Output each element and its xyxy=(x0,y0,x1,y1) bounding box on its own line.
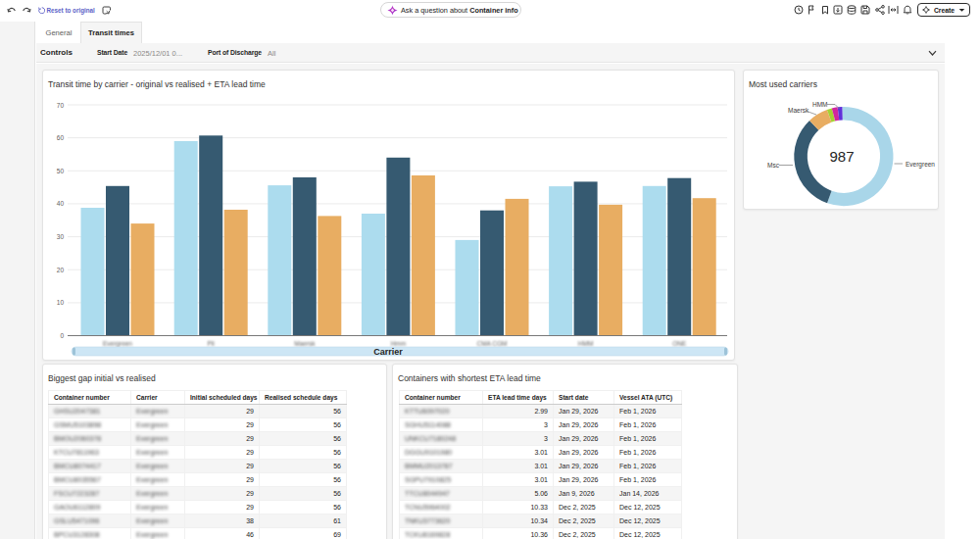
svg-text:HMM: HMM xyxy=(578,340,594,347)
svg-text:10: 10 xyxy=(57,299,65,306)
svg-text:Hmm: Hmm xyxy=(391,340,407,347)
svg-text:Maersk: Maersk xyxy=(788,107,809,114)
svg-text:Maersk: Maersk xyxy=(294,340,316,347)
svg-text:Carrier: Carrier xyxy=(373,347,403,357)
svg-text:0: 0 xyxy=(60,332,64,339)
svg-text:HMM: HMM xyxy=(812,101,828,108)
svg-text:40: 40 xyxy=(57,200,65,207)
svg-text:20: 20 xyxy=(57,267,65,273)
svg-text:ONE: ONE xyxy=(672,340,687,347)
svg-text:CMA CGM: CMA CGM xyxy=(476,340,507,347)
svg-text:70: 70 xyxy=(57,102,65,109)
svg-text:Pil: Pil xyxy=(208,340,216,347)
svg-text:Msc: Msc xyxy=(767,162,780,169)
svg-text:60: 60 xyxy=(57,134,65,141)
svg-text:30: 30 xyxy=(57,233,65,240)
svg-text:50: 50 xyxy=(57,168,65,174)
svg-text:987: 987 xyxy=(829,148,854,165)
svg-text:Evergreen: Evergreen xyxy=(906,161,935,169)
